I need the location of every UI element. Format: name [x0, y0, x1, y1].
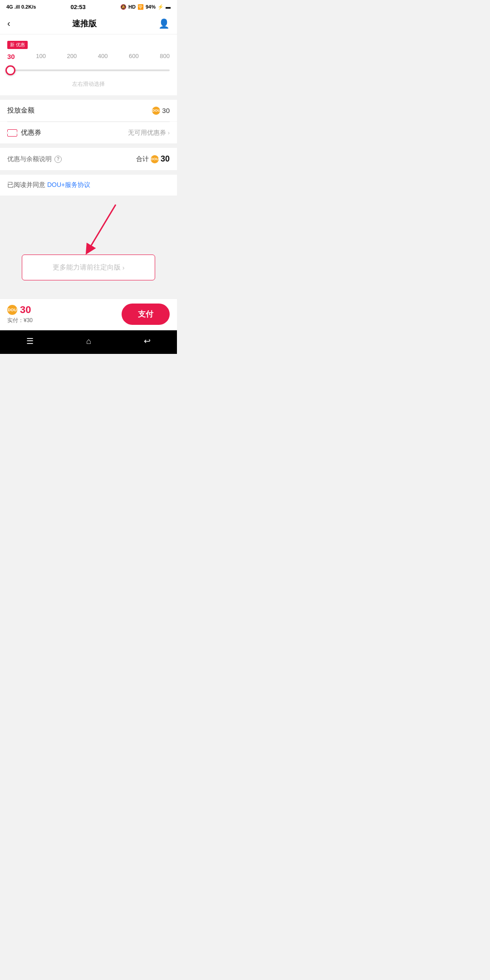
amount-row-left: 投放金额: [7, 106, 34, 115]
slider-section: 新 优惠 30 100 200 400 600 800 左右滑动选择: [0, 34, 177, 95]
slider-val-200: 200: [67, 53, 77, 60]
charging-icon: ⚡: [157, 4, 164, 10]
info-icon[interactable]: ?: [54, 156, 62, 163]
status-left: 4G .ill 0.2K/s: [6, 4, 36, 10]
menu-icon[interactable]: ☰: [26, 336, 34, 346]
battery-icon: ▬: [166, 4, 171, 10]
bell-icon: 🔕: [120, 4, 127, 10]
amount-row-right: DOU 30: [152, 107, 170, 115]
coupon-row-left: 优惠券: [7, 128, 41, 137]
battery-level: 94%: [146, 4, 156, 10]
discount-label: 优惠与余额说明: [7, 155, 52, 163]
status-right: 🔕 HD 🛜 94% ⚡ ▬: [120, 4, 171, 10]
annotation-area: 更多能力请前往定向版 ›: [0, 200, 177, 299]
amount-row: 投放金额 DOU 30: [0, 100, 177, 122]
slider-val-30: 30: [7, 53, 15, 60]
status-bar: 4G .ill 0.2K/s 02:53 🔕 HD 🛜 94% ⚡ ▬: [0, 0, 177, 13]
amount-value: 30: [162, 107, 170, 114]
dou-coin-icon: DOU: [152, 107, 160, 115]
slider-labels: 30 100 200 400 600 800: [7, 53, 170, 60]
back-button[interactable]: ‹: [7, 18, 10, 29]
promo-tag: 新 优惠: [7, 41, 28, 49]
more-ability-button[interactable]: 更多能力请前往定向版 ›: [22, 255, 155, 280]
total-value: 30: [161, 154, 170, 164]
coupon-row[interactable]: 优惠券 无可用优惠券 ›: [0, 122, 177, 143]
slider-val-600: 600: [129, 53, 139, 60]
slider-track-wrap[interactable]: [7, 64, 170, 77]
slider-val-100: 100: [36, 53, 46, 60]
back-nav-icon[interactable]: ↩: [144, 336, 151, 346]
total-label: 合计: [136, 155, 149, 163]
user-icon[interactable]: 👤: [158, 18, 170, 29]
bottom-left: DOU 30 实付：¥30: [7, 304, 33, 324]
coupon-chevron: ›: [168, 129, 170, 136]
home-icon[interactable]: ⌂: [86, 337, 91, 346]
signal-bars: .ill: [15, 4, 20, 10]
speed-indicator: 0.2K/s: [21, 4, 36, 10]
total-right: 合计 DOU 30: [136, 154, 170, 164]
total-row: 优惠与余额说明 ? 合计 DOU 30: [7, 154, 170, 164]
total-section: 优惠与余额说明 ? 合计 DOU 30: [0, 148, 177, 170]
more-btn-text: 更多能力请前往定向版: [53, 263, 121, 272]
bottom-bar: DOU 30 实付：¥30 支付: [0, 299, 177, 330]
page-title: 速推版: [72, 18, 97, 29]
bottom-price-row: DOU 30: [7, 304, 33, 316]
slider-hint: 左右滑动选择: [7, 80, 170, 88]
slider-val-400: 400: [98, 53, 108, 60]
bottom-dou-coin-icon: DOU: [7, 305, 17, 315]
slider-track: [7, 69, 170, 71]
pay-button[interactable]: 支付: [122, 304, 170, 325]
bottom-actual-label: 实付：¥30: [7, 317, 33, 324]
agreement-link[interactable]: DOU+服务协议: [47, 181, 90, 188]
amount-coupon-section: 投放金额 DOU 30 优惠券 无可用优惠券 ›: [0, 100, 177, 143]
agreement-prefix: 已阅读并同意: [7, 181, 47, 188]
coupon-row-right: 无可用优惠券 ›: [128, 129, 170, 137]
slider-val-800: 800: [160, 53, 170, 60]
total-left: 优惠与余额说明 ?: [7, 155, 62, 163]
svg-line-0: [88, 205, 116, 250]
hd-label: HD: [128, 4, 136, 10]
more-btn-wrap: 更多能力请前往定向版 ›: [7, 255, 170, 280]
coupon-value: 无可用优惠券: [128, 129, 166, 137]
agreement-section: 已阅读并同意 DOU+服务协议: [0, 175, 177, 196]
header: ‹ 速推版 👤: [0, 13, 177, 34]
bottom-price: 30: [20, 304, 31, 316]
more-btn-chevron: ›: [122, 264, 125, 271]
total-dou-coin-icon: DOU: [151, 155, 159, 163]
amount-label: 投放金额: [7, 106, 34, 115]
annotation-arrow: [39, 200, 138, 259]
slider-thumb[interactable]: [5, 65, 15, 75]
time-display: 02:53: [71, 4, 86, 10]
wifi-icon: 🛜: [137, 4, 144, 10]
nav-bar: ☰ ⌂ ↩: [0, 330, 177, 354]
coupon-label: 优惠券: [21, 128, 41, 137]
signal-icon: 4G: [6, 4, 13, 10]
coupon-icon: [7, 129, 17, 137]
